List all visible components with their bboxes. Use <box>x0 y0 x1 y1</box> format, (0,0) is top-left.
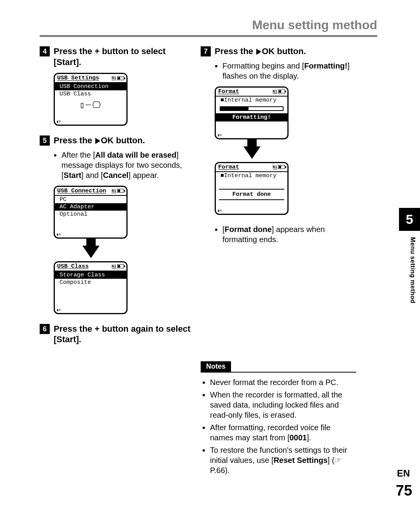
step-6-heading: 6 Press the + button again to select [St… <box>40 324 191 345</box>
page-title: Menu setting method <box>252 18 377 32</box>
t: Start <box>56 57 76 67</box>
chapter-label: Menu setting method <box>409 237 416 303</box>
lcd-message: Formatting! <box>216 113 287 121</box>
bullet: Formatting begins and [Formatting!] flas… <box>222 61 356 81</box>
step-7-heading: 7 Press the OK button. <box>201 46 356 57</box>
lcd-message: Format done <box>219 189 284 200</box>
t: Start <box>64 171 82 179</box>
lcd-header: Format Ni <box>216 88 287 97</box>
t: ]. <box>76 57 81 67</box>
t: Start <box>56 334 76 344</box>
t: ]. <box>307 433 311 442</box>
t: ] and [ <box>81 171 103 179</box>
lcd-header: USB Class Ni <box>55 262 126 271</box>
note-item: Never format the recorder from a PC. <box>210 377 356 387</box>
t: All data will be erased <box>95 151 177 159</box>
t: Internal memory <box>224 172 276 179</box>
play-icon <box>95 138 100 144</box>
lcd-header: Format Ni <box>216 163 287 172</box>
lcd-usb-settings: USB Settings Ni USB Connection USB Class… <box>54 73 128 126</box>
lcd-title: USB Connection <box>57 188 106 194</box>
t: Formatting begins and [ <box>222 62 304 70</box>
step-7-text: Press the OK button. <box>215 46 306 56</box>
step-5: 5 Press the OK button. After the [All da… <box>40 135 191 314</box>
t: Cancel <box>103 171 129 179</box>
device-icon: ▯┈🖵 <box>55 98 126 111</box>
lcd-usb-connection: USB Connection Ni PC AC Adapter Optional… <box>54 186 128 239</box>
lcd-row: ■Internal memory <box>216 97 287 104</box>
lcd-foot: ▮H <box>55 232 126 237</box>
lcd-foot: ▮H <box>216 208 287 214</box>
lcd-title: Format <box>218 88 239 95</box>
step-7: 7 Press the OK button. Formatting begins… <box>201 46 356 244</box>
t: Ni <box>273 90 277 94</box>
lcd-foot: ▮H <box>55 307 126 313</box>
battery-icon: Ni <box>273 165 285 169</box>
lcd-title: USB Class <box>57 263 89 270</box>
t: After the [ <box>61 151 95 159</box>
step-number-5: 5 <box>40 135 50 146</box>
lcd-title: USB Settings <box>57 75 99 81</box>
battery-icon: Ni <box>112 264 124 269</box>
lcd-formatting: Format Ni ■Internal memory Formatting! ▮… <box>215 86 289 139</box>
lcd-usb-class: USB Class Ni Storage Class Composite ▮H <box>54 261 128 314</box>
t: button. <box>275 46 306 56</box>
left-column: 4 Press the + button to select [Start]. … <box>40 46 191 350</box>
t: Ni <box>112 264 116 269</box>
arrow-down-icon <box>82 246 100 258</box>
step-5-heading: 5 Press the OK button. <box>40 135 191 146</box>
note-item: To restore the function's settings to th… <box>210 445 356 475</box>
t: Ni <box>112 189 116 193</box>
lcd-row: Optional <box>55 211 126 218</box>
t: Format done <box>225 225 272 234</box>
lcd-row-selected: AC Adapter <box>55 203 126 211</box>
lcd-body: USB Connection USB Class ▯┈🖵 <box>55 83 126 119</box>
step-6-text: Press the + button again to select [Star… <box>54 324 190 345</box>
lcd-title: Format <box>218 164 239 171</box>
lcd-body: ■Internal memory Formatting! <box>216 97 287 132</box>
lcd-header: USB Connection Ni <box>55 187 126 196</box>
chapter-tab: 5 Menu setting method <box>397 208 420 303</box>
t: Ni <box>112 76 116 80</box>
title-rule <box>40 35 377 37</box>
page-number: 75 <box>396 482 412 499</box>
step-6: 6 Press the + button again to select [St… <box>40 324 191 345</box>
battery-icon: Ni <box>112 76 124 80</box>
t: 0001 <box>290 433 307 442</box>
progress-bar <box>216 104 287 113</box>
lcd-row: USB Class <box>55 90 126 98</box>
t: OK <box>262 46 275 56</box>
step-7-bullet-1: Formatting begins and [Formatting!] flas… <box>222 61 356 81</box>
chapter-number: 5 <box>399 208 420 231</box>
lcd-foot: ▮H <box>55 119 126 125</box>
notes-list: Never format the recorder from a PC. Whe… <box>210 377 356 475</box>
lcd-header: USB Settings Ni <box>55 74 126 83</box>
lcd-body: ■Internal memory Format done <box>216 172 287 208</box>
step-4-text: Press the + button to select [Start]. <box>54 46 166 67</box>
t: ]. <box>76 334 81 344</box>
step-4: 4 Press the + button to select [Start]. … <box>40 46 191 126</box>
t: Reset Settings <box>273 456 327 464</box>
play-icon <box>256 49 261 55</box>
t: button. <box>114 135 145 145</box>
lcd-format-done: Format Ni ■Internal memory Format done ▮… <box>215 162 289 215</box>
note-item: When the recorder is formatted, all the … <box>210 390 356 420</box>
lcd-foot: ▮H <box>216 132 287 138</box>
language-code: EN <box>397 468 410 479</box>
t: Ni <box>273 165 277 169</box>
notes-header: Notes <box>201 361 356 373</box>
step-number-6: 6 <box>40 324 50 334</box>
t: After formatting, recorded voice file na… <box>210 423 331 442</box>
t: Press the <box>215 46 256 56</box>
t: Press the <box>54 135 94 145</box>
lcd-row-selected: USB Connection <box>55 83 126 90</box>
notes-section: Notes Never format the recorder from a P… <box>201 361 356 475</box>
t: ] appear. <box>128 171 159 179</box>
t: Internal memory <box>224 97 276 104</box>
step-5-bullets: After the [All data will be erased] mess… <box>61 150 191 180</box>
lcd-row: ■Internal memory <box>216 172 287 179</box>
bullet: After the [All data will be erased] mess… <box>61 150 191 180</box>
arrow-down-icon <box>243 146 261 159</box>
battery-icon: Ni <box>273 90 285 94</box>
lcd-body: Storage Class Composite <box>55 271 126 307</box>
